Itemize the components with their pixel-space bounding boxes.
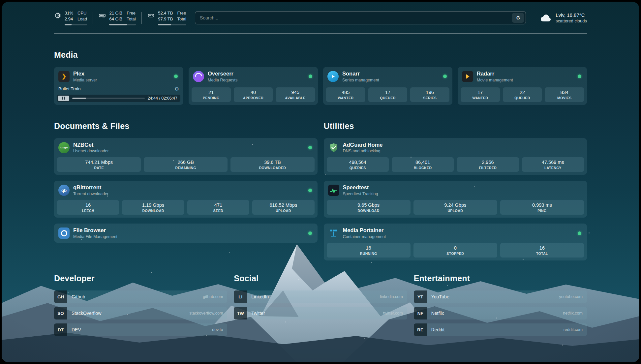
service-card-adguard: AdGuard Home DNS and adblocking 498,564Q… [324,138,587,175]
service-card-speedtest: Speedtest Speedtest Tracking 9.65 GbpsDO… [324,181,587,218]
adguard-icon [328,142,339,153]
service-card-portainer: Media Portainer Container management 16R… [324,224,587,260]
service-description: Movie management [477,78,513,82]
disk-icon [147,12,155,19]
service-name: qBittorrent [73,184,108,191]
service-card-radarr: Radarr Movie management 17WANTED 22QUEUE… [458,67,587,105]
disk-resource-widget: 52.4 TB 97.9 TB Free Total [147,10,186,25]
playback-progress-bar[interactable] [72,98,145,99]
stat-downloaded: 39.6 TBDOWNLOADED [230,157,314,172]
stat-stopped: 0STOPPED [413,243,497,258]
status-dot [309,75,312,78]
reddit-icon: RE [414,323,427,336]
service-description: Media server [73,78,97,82]
stat-latency: 47.569 msLATENCY [522,157,584,172]
status-dot [308,189,312,192]
bookmark-dev[interactable]: DT DEV dev.to [54,323,227,336]
cpu-load-value: 2.94 [65,16,73,22]
service-link-plex[interactable]: ❯ Plex Media server [57,70,180,83]
stat-filtered: 2,956FILTERED [457,157,519,172]
cpu-label: CPU [77,10,87,16]
stat-wanted: 485WANTED [326,87,365,102]
sonarr-icon [327,71,339,82]
bookmark-url: dev.to [212,327,223,332]
section-title-entertainment: Entertainment [414,274,587,283]
search-bar[interactable]: G [195,11,526,24]
search-provider-button[interactable]: G [512,13,524,23]
memory-usage-bar [109,24,136,25]
stat-queries: 498,564QUERIES [327,157,389,172]
disk-free-label: Free [177,10,186,16]
bookmark-netflix[interactable]: NF Netflix netflix.com [414,307,587,319]
memory-resource-widget: 21 GiB 64 GiB Free Total [99,10,136,25]
cloud-icon [538,13,552,23]
stat-wanted: 17WANTED [461,87,500,102]
bookmark-label: Reddit [431,327,444,332]
bookmark-github[interactable]: GH Github github.com [54,290,227,303]
header-divider [54,33,587,34]
bookmark-label: Twitter [251,311,265,316]
stat-download: 9.65 GbpsDOWNLOAD [327,200,411,215]
bookmark-label: Netflix [431,311,444,316]
overseerr-icon [193,71,204,82]
bookmark-youtube[interactable]: YT YouTube youtube.com [414,290,587,303]
stat-remaining: 266 GBREMAINING [144,157,228,172]
stat-total: 16TOTAL [500,243,584,258]
service-name: NZBGet [73,142,109,148]
dashboard-screen: 31% 2.94 CPU Load [2,2,639,362]
bookmark-url: github.com [203,294,223,299]
speedtest-icon [328,185,339,196]
service-link-adguard[interactable]: AdGuard Home DNS and adblocking [327,141,584,154]
service-link-portainer[interactable]: Media Portainer Container management [327,227,584,240]
service-link-overseerr[interactable]: Overseerr Media Requests [192,70,315,83]
portainer-icon [328,228,339,239]
service-name: File Browser [73,227,117,234]
stackoverflow-icon: SO [54,307,67,319]
search-input[interactable] [200,15,512,20]
bookmark-url: netflix.com [563,311,583,316]
stat-rate: 744.21 MbpsRATE [57,157,141,172]
stat-movies: 834MOVIES [545,87,584,102]
top-bar: 31% 2.94 CPU Load [54,10,587,25]
cpu-usage-value: 31% [65,10,73,16]
cpu-load-label: Load [77,16,87,22]
service-link-radarr[interactable]: Radarr Movie management [461,70,584,83]
service-card-nzbget: nzbget NZBGet Usenet downloader 744.21 M… [54,138,318,175]
cpu-resource-widget: 31% 2.94 CPU Load [54,10,87,25]
service-card-sonarr: Sonarr Series management 485WANTED 17QUE… [323,67,452,105]
bookmark-url: reddit.com [564,327,583,332]
section-title-social: Social [234,274,407,283]
pause-button[interactable] [58,96,69,101]
service-link-filebrowser[interactable]: File Browser Media File Management [57,227,315,240]
bookmark-url: twitter.com [383,311,403,316]
disk-total-value: 97.9 TB [158,16,173,22]
stat-queued: 17QUEUED [368,87,408,102]
stat-series: 196SERIES [410,87,449,102]
twitter-icon: TW [234,307,247,319]
service-link-qbittorrent[interactable]: qb qBittorrent Torrent downloader [57,184,315,197]
bookmark-reddit[interactable]: RE Reddit reddit.com [414,323,587,336]
stat-ping: 0.993 msPING [500,200,584,215]
service-name: Speedtest [343,184,378,191]
stat-running: 16RUNNING [327,243,411,258]
divider [93,12,93,24]
service-description: Container management [343,234,386,239]
bookmark-stackoverflow[interactable]: SO StackOverflow stackoverflow.com [54,307,227,319]
gear-icon[interactable]: ⚙ [175,86,179,92]
service-link-speedtest[interactable]: Speedtest Speedtest Tracking [327,184,584,197]
memory-free-label: Free [127,10,136,16]
bookmark-twitter[interactable]: TW Twitter twitter.com [234,307,407,319]
divider [141,12,142,24]
service-card-overseerr: Overseerr Media Requests 21PENDING 40APP… [189,67,318,105]
radarr-icon [462,71,473,82]
stat-pending: 21PENDING [192,87,231,102]
github-icon: GH [54,290,67,303]
disk-free-value: 52.4 TB [158,10,173,16]
bookmark-linkedin[interactable]: LI LinkedIn linkedin.com [234,290,407,303]
service-link-sonarr[interactable]: Sonarr Series management [326,70,449,83]
service-link-nzbget[interactable]: nzbget NZBGet Usenet downloader [57,141,315,154]
stat-approved: 40APPROVED [234,87,273,102]
memory-total-label: Total [127,16,136,22]
bookmark-url: stackoverflow.com [189,311,223,316]
service-card-filebrowser: File Browser Media File Management [54,224,318,243]
